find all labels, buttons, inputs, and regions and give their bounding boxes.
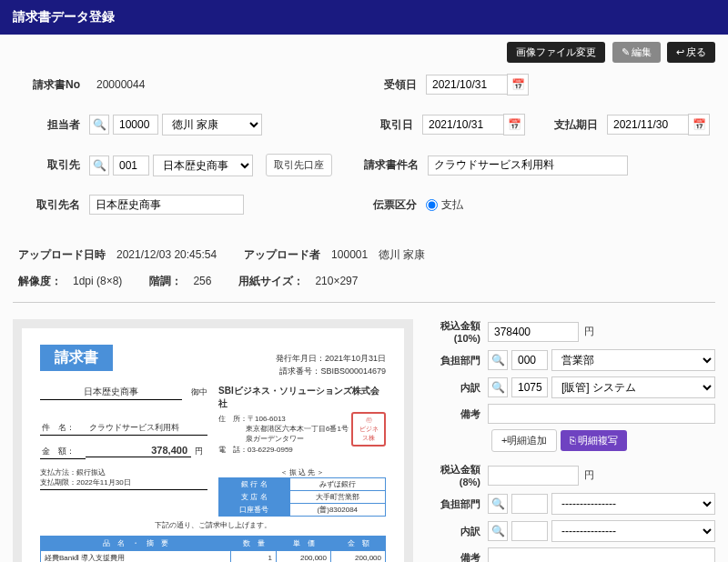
document-preview-pane[interactable]: 請求書 発行年月日：2021年10月31日 請求番号：SBIBS00001467…: [13, 319, 413, 562]
person-select[interactable]: 徳川 家康: [162, 114, 262, 135]
res: 1dpi (8×8): [73, 275, 122, 287]
paper: 210×297: [315, 275, 358, 287]
client-name-input[interactable]: [89, 195, 244, 215]
remark-label: 備考: [428, 407, 488, 421]
calendar-icon[interactable]: 📅: [503, 114, 525, 135]
dept-label: 負担部門: [428, 354, 488, 367]
client-code-input[interactable]: [113, 156, 149, 176]
seal-stamp-icon: ㊞ビジネス株: [351, 412, 386, 447]
person-label: 担当者: [18, 117, 89, 133]
dept-code-input[interactable]: [511, 350, 548, 370]
copy-line-button[interactable]: 明細複写: [561, 430, 627, 451]
due-date-label: 支払期日: [543, 117, 607, 133]
client-name-label: 取引先名: [18, 197, 89, 213]
change-image-button[interactable]: 画像ファイル変更: [507, 42, 605, 63]
search-icon[interactable]: 🔍: [488, 521, 508, 541]
receipt-date-label: 受領日: [364, 77, 426, 93]
yen-unit: 円: [584, 325, 594, 338]
tone-label: 階調：: [149, 275, 182, 287]
receipt-date-input[interactable]: [426, 75, 508, 95]
doc-company: SBIビジネス・ソリューションズ株式会社: [218, 385, 386, 410]
page-title: 請求書データ登録: [0, 0, 728, 35]
tone: 256: [193, 275, 211, 287]
subject-input[interactable]: [428, 156, 628, 176]
dept-label: 負担部門: [428, 497, 488, 511]
dept-select-2[interactable]: ---------------: [551, 493, 715, 515]
search-icon[interactable]: 🔍: [488, 494, 508, 514]
back-button[interactable]: 戻る: [667, 42, 715, 63]
dept-select[interactable]: 営業部: [551, 349, 715, 371]
amt8-input[interactable]: [488, 466, 579, 486]
remark-input-2[interactable]: [488, 547, 715, 562]
client-account-button[interactable]: 取引先口座: [266, 154, 332, 176]
detail-label: 内訳: [428, 381, 488, 395]
upload-dt: 2021/12/03 20:45:54: [116, 248, 217, 261]
top-toolbar: 画像ファイル変更 編集 戻る: [0, 35, 728, 70]
tx-date-input[interactable]: [422, 115, 504, 135]
doc-title: 請求書: [40, 345, 113, 371]
invoice-no-value: 20000044: [89, 78, 152, 91]
paper-label: 用紙サイズ：: [238, 275, 304, 287]
table-row: 経費BankⅡ 導入支援費用1200,000200,000: [41, 550, 386, 562]
edit-button[interactable]: 編集: [612, 42, 661, 63]
slip-type-radio[interactable]: [426, 199, 438, 211]
detail-label: 内訳: [428, 525, 488, 538]
tx-date-label: 取引日: [360, 117, 422, 133]
calendar-icon[interactable]: 📅: [688, 114, 710, 135]
amt8-label: 税込金額(8%): [428, 463, 488, 487]
dept-code-input-2[interactable]: [511, 494, 548, 514]
detail-code-input[interactable]: [511, 377, 548, 397]
doc-line-table: 品 名 ・ 摘 要数 量単 価金 額 経費BankⅡ 導入支援費用1200,00…: [40, 536, 386, 562]
person-code-input[interactable]: [113, 115, 158, 135]
uploader-code: 100001: [331, 248, 368, 261]
remark-label: 備考: [428, 551, 488, 563]
res-label: 解像度：: [18, 275, 62, 287]
amt10-input[interactable]: [488, 322, 579, 342]
invoice-no-label: 請求書No: [18, 77, 89, 93]
search-icon[interactable]: 🔍: [488, 377, 508, 397]
detail-side-pane: 税込金額(10%) 円 負担部門 🔍 営業部 内訳 🔍 [販管] システム: [428, 319, 715, 562]
detail-select[interactable]: [販管] システム: [551, 376, 715, 398]
remark-input[interactable]: [488, 404, 715, 424]
detail-code-input-2[interactable]: [511, 521, 548, 541]
detail-select-2[interactable]: ---------------: [551, 520, 715, 542]
client-select[interactable]: 日本歴史商事: [153, 155, 253, 176]
slip-type-label: 伝票区分: [364, 197, 426, 213]
uploader-label: アップロード者: [244, 248, 320, 261]
client-label: 取引先: [18, 157, 89, 173]
uploader-name: 徳川 家康: [379, 248, 425, 261]
add-line-button[interactable]: +明細追加: [491, 429, 557, 452]
subject-label: 請求書件名: [364, 157, 428, 173]
invoice-document: 請求書 発行年月日：2021年10月31日 請求番号：SBIBS00001467…: [22, 328, 404, 562]
search-icon[interactable]: 🔍: [89, 156, 109, 176]
upload-dt-label: アップロード日時: [18, 248, 106, 261]
amt10-label: 税込金額(10%): [428, 319, 488, 344]
slip-type-value: 支払: [441, 197, 463, 213]
calendar-icon[interactable]: 📅: [507, 74, 529, 95]
search-icon[interactable]: 🔍: [89, 115, 109, 135]
due-date-input[interactable]: [607, 115, 689, 135]
yen-unit: 円: [584, 468, 594, 482]
search-icon[interactable]: 🔍: [488, 350, 508, 370]
